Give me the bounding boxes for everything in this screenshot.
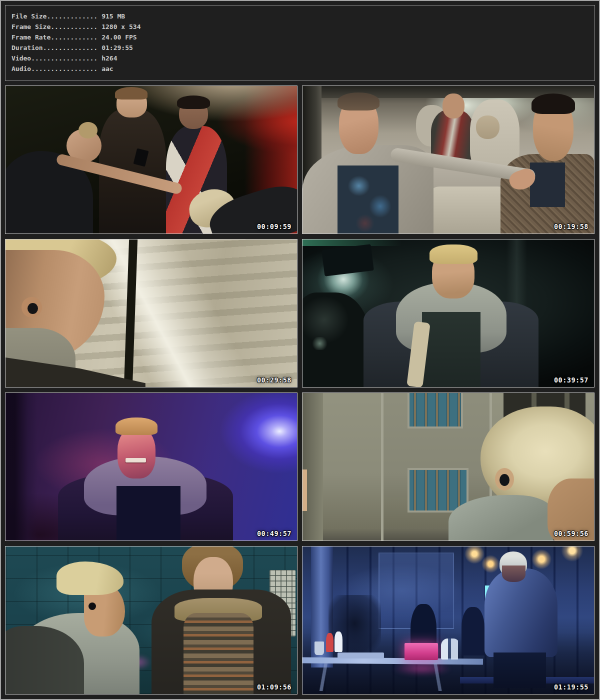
timestamp-overlay: 00:39:57 [554,376,588,384]
video-screenshot-8: 01:19:55 [302,546,594,694]
dark-wall [6,393,38,540]
person-shirt [422,312,480,387]
cup [314,642,324,655]
file-info-label: Audio [12,65,31,72]
light-glow [311,337,328,350]
person-silhouette [462,607,485,656]
file-info-value: 915 MB [98,12,125,20]
video-screenshot-5: 00:49:57 [5,392,298,541]
timestamp-overlay: 00:49:57 [257,530,292,538]
file-info-row: Duration..............01:29:55 [12,42,588,53]
dark-panel [322,244,374,276]
timestamp-overlay: 00:19:58 [554,222,588,230]
table-legs [314,663,474,691]
papers [338,652,384,658]
timestamp-overlay: 00:29:58 [257,376,292,384]
dot-leader: ............. [46,12,98,20]
timestamp-overlay: 01:19:55 [554,683,588,691]
file-info-row: File Size.............915 MB [12,11,588,22]
file-info-panel: File Size.............915 MB Frame Size.… [5,5,595,81]
video-screenshot-1: 00:09:59 [5,86,298,234]
person-hair [532,94,575,114]
file-info-value: h264 [98,54,117,62]
file-info-value: 1280 x 534 [98,23,140,30]
file-info-label: Duration [12,44,43,52]
teeth [126,458,146,462]
pattern-panel [408,393,463,428]
timestamp-overlay: 00:59:56 [554,530,588,538]
person-face [502,566,526,582]
person-shirt [116,486,180,540]
video-screenshot-2: 00:19:58 [302,86,594,234]
red-bottle [326,633,334,652]
person-pants [494,652,546,688]
file-info-row: Frame Size............1280 x 534 [12,22,588,32]
person-jacket [484,568,558,657]
pink-box [404,643,438,660]
warm-edge [302,470,307,511]
person-hair [430,244,478,264]
file-info-label: Frame Rate [12,34,50,41]
green-sign [302,240,402,246]
person-hair [338,92,380,110]
window-pillar [124,239,138,388]
person-hair [56,562,124,596]
person-hair [115,87,148,100]
wall-sliver [302,393,323,540]
person-hair [116,418,158,435]
file-info-label: File Size [12,12,46,20]
earbud [28,303,38,314]
file-info-row: Video.................h264 [12,53,588,64]
video-screenshot-3: 00:29:58 [5,239,298,388]
video-screenshot-6: 00:59:56 [302,392,594,541]
person-head [476,116,500,139]
dot-leader: ............ [50,23,98,30]
bottles [441,638,460,659]
dot-leader: .............. [43,44,98,52]
timestamp-overlay: 00:09:59 [257,222,292,230]
person-head [442,94,464,118]
car-seat [431,186,507,234]
video-screenshot-4: 00:39:57 [302,239,594,388]
person-hair [177,96,210,109]
screenshot-grid: 00:09:59 00:19:58 [5,86,595,694]
knit-sweater [184,613,254,694]
file-info-row: Audio.................aac [12,64,588,74]
file-info-label: Video [12,54,31,62]
person-shirt [530,162,565,207]
file-info-value: 24.00 FPS [98,34,136,41]
video-screenshot-7: 01:09:56 [5,546,298,694]
person-shirt [338,166,398,234]
white-bottle [334,632,342,652]
file-info-row: Frame Rate............24.00 FPS [12,32,588,42]
person-hair [78,122,98,138]
earbud [500,474,510,486]
file-info-value: aac [98,65,113,72]
dot-leader: ................. [31,65,98,72]
media-info-sheet: File Size.............915 MB Frame Size.… [0,0,600,700]
file-info-value: 01:29:55 [98,44,133,52]
timestamp-overlay: 01:09:56 [257,683,292,691]
dot-leader: ................. [31,54,98,62]
file-info-label: Frame Size [12,23,50,30]
dot-leader: ............ [50,34,98,41]
